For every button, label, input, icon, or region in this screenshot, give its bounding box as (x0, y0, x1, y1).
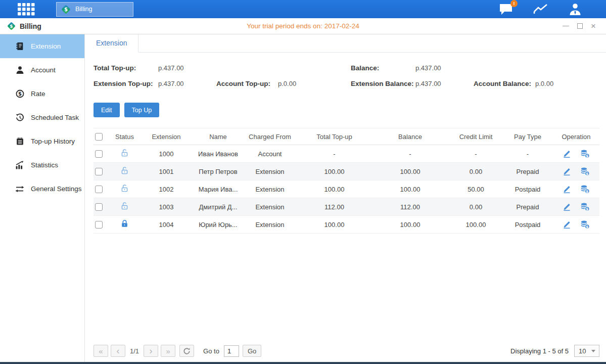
window-app-icon: $ (7, 21, 16, 31)
svg-text:$: $ (586, 154, 588, 158)
svg-text:$: $ (10, 24, 13, 29)
cell-balance: 100.00 (371, 216, 449, 234)
row-checkbox[interactable] (95, 221, 103, 229)
cell-extension: 1002 (138, 180, 194, 198)
sidebar-item-account[interactable]: Account (0, 58, 84, 82)
sidebar-item-label: General Settings (31, 185, 82, 193)
sidebar-item-statistics[interactable]: Statistics (0, 153, 84, 177)
row-checkbox[interactable] (95, 150, 103, 158)
cell-total-topup: 100.00 (298, 216, 371, 234)
edit-icon[interactable] (563, 150, 571, 158)
table-row: 1003Дмитрий Д...Extension112.00112.000.0… (94, 198, 599, 216)
summary-panel: Total Top-up: p.437.00 Extension Top-up:… (94, 60, 599, 92)
pagination: 1/1 Go to Go Displaying 1 - 5 of 5 10 (94, 343, 599, 362)
col-total-topup: Total Top-up (298, 128, 371, 145)
minimize-button[interactable] (563, 26, 569, 26)
sidebar-item-label: Rate (31, 90, 45, 98)
sidebar-item-general-settings[interactable]: General Settings (0, 177, 84, 201)
sidebar-item-label: Extension (31, 42, 61, 50)
maximize-button[interactable] (577, 23, 583, 29)
edit-icon[interactable] (563, 220, 571, 229)
topup-icon[interactable]: $ (580, 185, 590, 194)
cell-total-topup: 112.00 (298, 198, 371, 216)
lock-open-icon[interactable] (120, 184, 129, 193)
cell-balance: 112.00 (371, 198, 449, 216)
prev-page-button[interactable] (111, 345, 125, 357)
col-pay-type: Pay Type (502, 128, 553, 145)
row-checkbox[interactable] (95, 186, 103, 193)
account-balance-value: p.0.00 (535, 80, 593, 87)
svg-text:$: $ (586, 171, 588, 175)
cell-extension: 1003 (138, 198, 194, 216)
window-title: Billing (20, 22, 41, 30)
window-controls: × (563, 23, 596, 29)
topbar: $ Billing ! (0, 0, 606, 18)
topup-icon[interactable]: $ (580, 203, 590, 211)
tab-extension[interactable]: Extension (85, 34, 138, 53)
svg-text:$: $ (18, 91, 21, 97)
cell-charged-from: Extension (242, 198, 298, 216)
next-page-button[interactable] (144, 345, 158, 357)
first-page-button[interactable] (94, 345, 108, 357)
app-grid-icon[interactable] (17, 3, 36, 16)
refresh-button[interactable] (179, 345, 194, 357)
extension-topup-label: Extension Top-up: (94, 80, 158, 87)
sidebar-item-rate[interactable]: $Rate (0, 82, 84, 106)
extensions-table: Status Extension Name Charged From Total… (94, 128, 599, 234)
taskbar-tab-billing[interactable]: $ Billing (56, 2, 133, 17)
lock-open-icon[interactable] (120, 202, 129, 210)
cell-charged-from: Account (242, 145, 298, 163)
table-header-row: Status Extension Name Charged From Total… (94, 128, 599, 145)
user-icon[interactable] (569, 3, 582, 15)
go-button[interactable]: Go (243, 345, 261, 357)
cell-pay-type: Prepaid (502, 163, 553, 180)
account-topup-value: p.0.00 (278, 80, 336, 87)
sidebar-item-scheduled-task[interactable]: Scheduled Task (0, 106, 84, 129)
lock-open-icon[interactable] (120, 166, 129, 175)
messages-icon[interactable]: ! (499, 3, 513, 15)
last-page-button[interactable] (161, 345, 175, 357)
edit-icon[interactable] (563, 185, 571, 194)
table-row: 1001Петр ПетровExtension100.00100.000.00… (94, 163, 599, 180)
edit-icon[interactable] (563, 203, 571, 211)
cell-name: Петр Петров (194, 163, 242, 180)
lock-open-icon[interactable] (120, 149, 129, 157)
cell-balance: - (371, 145, 449, 163)
cell-total-topup: - (298, 145, 371, 163)
taskbar-tab-label: Billing (75, 6, 92, 13)
cell-credit-limit: 0.00 (449, 198, 502, 216)
close-button[interactable]: × (591, 23, 596, 29)
account-balance-label: Account Balance: (474, 80, 535, 87)
select-all-checkbox[interactable] (95, 133, 103, 141)
extension-balance-label: Extension Balance: (351, 80, 415, 87)
goto-input[interactable] (224, 345, 239, 357)
svg-text:$: $ (586, 189, 588, 193)
sidebar-item-extension[interactable]: Extension (0, 34, 84, 58)
rate-icon: $ (15, 89, 24, 99)
edit-button[interactable]: Edit (94, 103, 120, 117)
row-checkbox[interactable] (95, 168, 103, 175)
trial-notice: Your trial period ends on: 2017-02-24 (247, 22, 359, 30)
sidebar-item-label: Statistics (31, 161, 58, 169)
cell-credit-limit: 100.00 (449, 216, 502, 234)
topup-icon[interactable]: $ (580, 220, 590, 229)
sidebar-item-top-up-history[interactable]: Top-up History (0, 129, 84, 153)
lock-closed-icon[interactable] (120, 219, 129, 228)
svg-text:$: $ (586, 224, 588, 229)
edit-icon[interactable] (563, 167, 571, 176)
account-icon (15, 66, 24, 75)
topup-button[interactable]: Top Up (124, 103, 160, 117)
notification-badge: ! (510, 0, 518, 7)
col-extension: Extension (138, 128, 194, 145)
extension-icon (15, 42, 24, 51)
cell-balance: 100.00 (371, 163, 449, 180)
topup-icon[interactable]: $ (580, 150, 590, 158)
row-checkbox[interactable] (95, 203, 103, 211)
sidebar-item-label: Scheduled Task (31, 114, 79, 121)
cell-pay-type: Postpaid (502, 180, 553, 198)
cell-name: Иван Иванов (194, 145, 242, 163)
page-size-select[interactable]: 10 (574, 345, 599, 357)
window-titlebar: $ Billing Your trial period ends on: 201… (0, 18, 606, 34)
topup-icon[interactable]: $ (580, 167, 590, 176)
chart-icon[interactable] (533, 4, 548, 15)
